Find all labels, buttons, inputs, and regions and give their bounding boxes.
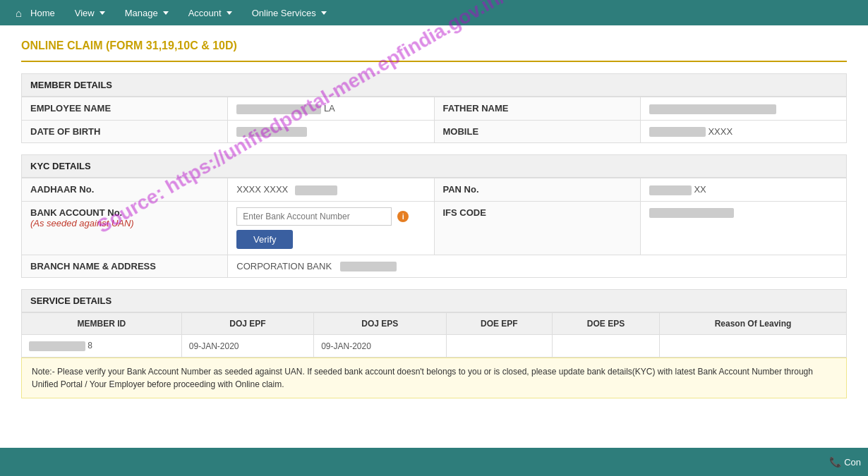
col-doe-eps: DOE EPS [553,313,660,335]
kyc-details-table: AADHAAR No. XXXX XXXX PAN No. XX BANK AC… [21,178,847,278]
employee-name-row: EMPLOYEE NAME LA FATHER NAME [22,97,847,121]
aadhaar-text: XXXX XXXX [236,184,288,195]
col-doe-epf: DOE EPF [446,313,553,335]
ifs-code-label: IFS CODE [434,201,640,255]
mobile-label: MOBILE [434,120,640,143]
info-icon: i [397,211,409,222]
service-table: MEMBER ID DOJ EPF DOJ EPS DOE EPF DOE EP… [21,312,847,358]
mobile-value: XXXX [640,120,846,143]
bank-account-sublabel: (As seeded against UAN) [30,218,134,228]
branch-row: BRANCH NAME & ADDRESS CORPORATION BANK [22,255,847,278]
online-services-caret-icon [321,11,327,15]
father-name-redacted [649,104,776,114]
content-wrapper: ONLINE CLAIM (FORM 31,19,10C & 10D) MEMB… [0,25,868,455]
father-name-value [640,97,846,121]
mobile-text: XXXX [708,126,733,137]
dob-value [228,120,434,143]
nav-account[interactable]: Account [180,4,241,23]
employee-name-text: LA [324,103,335,114]
kyc-details-section-title: KYC DETAILS [21,154,847,178]
aadhaar-value: XXXX XXXX [228,178,434,202]
doj-epf-cell: 09-JAN-2020 [181,335,313,358]
col-member-id: MEMBER ID [22,313,182,335]
mobile-redacted [649,127,706,137]
aadhaar-label: AADHAAR No. [22,178,228,202]
phone-icon: 📞 [829,456,841,468]
pan-text: XX [694,184,706,195]
contact-button[interactable]: 📞 Con [829,456,861,468]
note-text: Note:- Please verify your Bank Account N… [32,367,813,389]
contact-label: Con [844,457,861,468]
col-reason: Reason Of Leaving [659,313,846,335]
bank-account-input-cell: i Verify [228,201,434,255]
pan-value: XX [640,178,846,202]
doe-epf-cell [446,335,553,358]
nav-home[interactable]: Home [7,3,64,23]
member-id-cell: 8 [22,335,182,358]
nav-manage[interactable]: Manage [116,4,177,23]
branch-text: CORPORATION BANK [236,261,332,271]
nav-online-services[interactable]: Online Services [243,4,335,23]
service-table-row: 8 09-JAN-2020 09-JAN-2020 [22,335,847,358]
service-table-header-row: MEMBER ID DOJ EPF DOJ EPS DOE EPF DOE EP… [22,313,847,335]
navbar: Home View Manage Account Online Services [0,0,868,25]
nav-view[interactable]: View [66,4,114,23]
branch-redacted [340,262,397,271]
account-caret-icon [227,11,232,15]
nav-view-label: View [75,8,95,18]
bank-account-label-text: BANK ACCOUNT No. [30,207,122,218]
nav-account-label: Account [188,8,222,18]
col-doj-eps: DOJ EPS [314,313,446,335]
dob-row: DATE OF BIRTH MOBILE XXXX [22,120,847,143]
member-id-redacted [29,341,85,351]
employee-name-redacted [236,104,321,114]
ifs-code-value [640,201,846,255]
doe-eps-cell [553,335,660,358]
pan-label: PAN No. [434,178,640,202]
view-caret-icon [100,11,105,15]
title-divider [21,61,847,62]
page-title: ONLINE CLAIM (FORM 31,19,10C & 10D) [21,39,847,52]
dob-redacted [236,127,307,137]
employee-name-label: EMPLOYEE NAME [22,97,228,121]
doj-eps-cell: 09-JAN-2020 [314,335,446,358]
employee-name-value: LA [228,97,434,121]
nav-home-label: Home [30,8,55,18]
bank-account-label: BANK ACCOUNT No. (As seeded against UAN) [22,201,228,255]
pan-redacted [649,185,692,195]
service-details-section-title: SERVICE DETAILS [21,289,847,312]
branch-label: BRANCH NAME & ADDRESS [22,255,228,278]
nav-manage-label: Manage [125,8,158,18]
footer-bar: 📞 Con [0,448,868,476]
bank-account-input[interactable] [236,207,392,226]
member-details-section-title: MEMBER DETAILS [21,73,847,97]
branch-value: CORPORATION BANK [228,255,847,278]
verify-button[interactable]: Verify [236,230,293,249]
member-id-text: 8 [88,341,92,350]
col-doj-epf: DOJ EPF [181,313,313,335]
father-name-label: FATHER NAME [434,97,640,121]
bank-input-wrapper: i Verify [236,207,425,249]
dob-label: DATE OF BIRTH [22,120,228,143]
bank-account-row: BANK ACCOUNT No. (As seeded against UAN)… [22,201,847,255]
nav-online-services-label: Online Services [252,8,316,18]
aadhaar-row: AADHAAR No. XXXX XXXX PAN No. XX [22,178,847,202]
manage-caret-icon [163,11,169,15]
note-box: Note:- Please verify your Bank Account N… [21,358,847,398]
ifs-code-redacted [649,208,734,218]
member-details-table: EMPLOYEE NAME LA FATHER NAME DATE OF BIR… [21,97,847,143]
aadhaar-redacted [295,185,337,195]
reason-cell [659,335,846,358]
